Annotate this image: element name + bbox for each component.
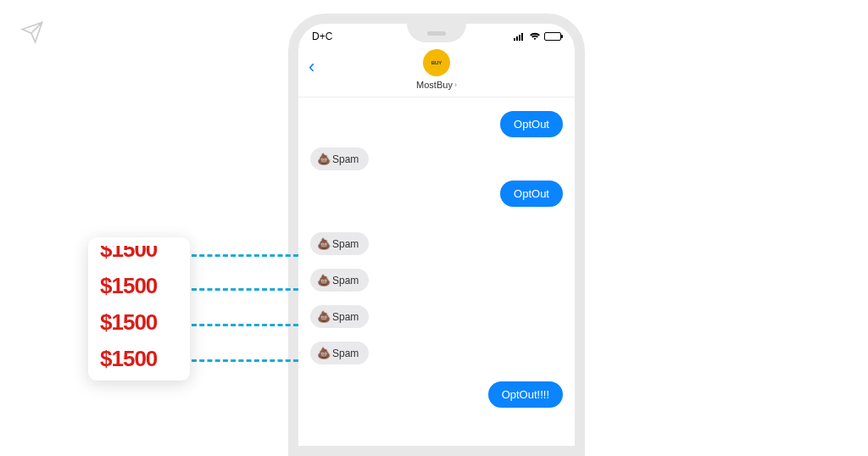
message-outgoing[interactable]: OptOut xyxy=(500,181,563,207)
price-value: $1500 xyxy=(100,309,157,335)
connector-line xyxy=(192,254,298,257)
phone-frame: D+C ‹ BUY MostBuy › OptOut 💩Spam OptOut … xyxy=(288,14,585,456)
price-row: $1500 xyxy=(100,346,178,372)
connector-line xyxy=(192,324,298,326)
message-incoming[interactable]: 💩Spam xyxy=(310,305,369,328)
message-text: Spam xyxy=(332,311,359,323)
paper-plane-icon xyxy=(20,20,44,47)
price-row: $1500 xyxy=(100,246,178,263)
svg-rect-2 xyxy=(519,35,520,41)
wifi-icon xyxy=(529,32,541,41)
contact-name[interactable]: MostBuy › xyxy=(416,80,457,90)
message-outgoing[interactable]: OptOut!!!! xyxy=(488,381,563,408)
svg-rect-1 xyxy=(516,36,518,41)
message-outgoing[interactable]: OptOut xyxy=(500,111,563,137)
message-text: OptOut xyxy=(514,118,549,131)
carrier-label: D+C xyxy=(312,31,332,42)
price-row: $1500 xyxy=(100,309,178,336)
svg-rect-3 xyxy=(521,33,523,41)
connector-line xyxy=(192,359,298,362)
connector-line xyxy=(192,288,298,291)
battery-icon xyxy=(544,32,561,41)
poop-icon: 💩 xyxy=(317,310,331,323)
message-text: Spam xyxy=(332,275,359,286)
back-button[interactable]: ‹ xyxy=(309,56,314,78)
message-incoming[interactable]: 💩Spam xyxy=(310,342,369,364)
chat-header: ‹ BUY MostBuy › xyxy=(298,46,575,97)
price-card: $1500 $1500 $1500 $1500 xyxy=(88,237,190,381)
phone-notch xyxy=(407,24,466,42)
message-incoming[interactable]: 💩Spam xyxy=(310,232,369,255)
contact-label: MostBuy xyxy=(416,80,453,90)
message-incoming[interactable]: 💩Spam xyxy=(310,269,369,292)
price-value: $1500 xyxy=(100,346,157,371)
poop-icon: 💩 xyxy=(317,274,331,286)
message-text: Spam xyxy=(332,348,359,359)
message-list: OptOut 💩Spam OptOut 💩Spam 💩Spam 💩Spam 💩S… xyxy=(298,97,575,421)
message-text: OptOut xyxy=(514,187,549,200)
message-text: Spam xyxy=(332,153,359,165)
poop-icon: 💩 xyxy=(317,153,331,165)
price-value: $1500 xyxy=(100,246,157,263)
poop-icon: 💩 xyxy=(317,347,331,359)
poop-icon: 💩 xyxy=(317,237,331,250)
avatar-label: BUY xyxy=(431,60,442,65)
svg-rect-0 xyxy=(514,38,515,41)
signal-icon xyxy=(514,32,526,41)
chevron-right-icon: › xyxy=(454,81,457,89)
price-value: $1500 xyxy=(100,273,157,298)
message-incoming[interactable]: 💩Spam xyxy=(310,147,369,170)
avatar[interactable]: BUY xyxy=(423,49,450,76)
message-text: OptOut!!!! xyxy=(502,388,549,401)
price-row: $1500 xyxy=(100,273,178,299)
message-text: Spam xyxy=(332,238,359,250)
